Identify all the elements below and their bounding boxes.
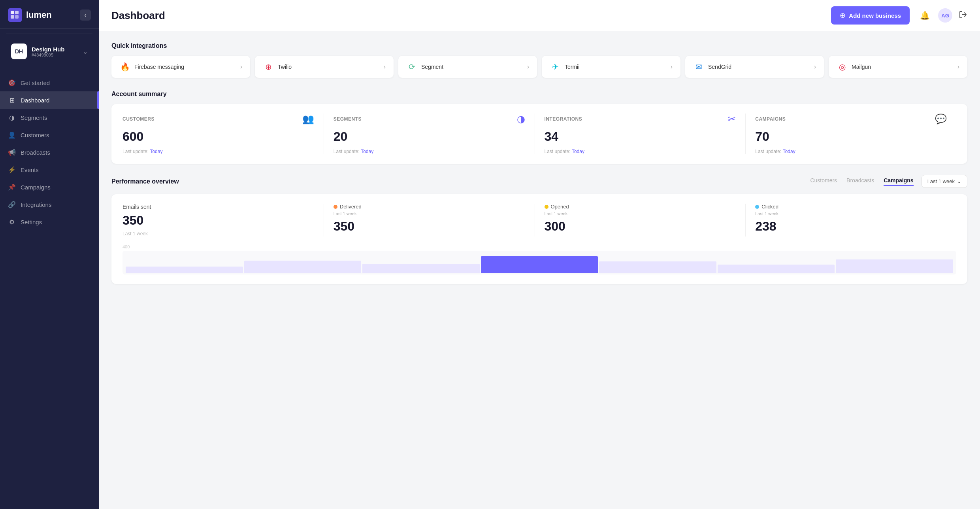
clicked-dot bbox=[755, 205, 759, 209]
integrations-nav-icon: 🔗 bbox=[8, 201, 16, 208]
quick-integrations-title: Quick integrations bbox=[111, 42, 967, 49]
summary-label-campaigns: CAMPAIGNS bbox=[755, 116, 786, 122]
perf-tab-broadcasts[interactable]: Broadcasts bbox=[846, 177, 874, 186]
user-avatar[interactable]: AG bbox=[938, 8, 952, 23]
summary-header-segments: SEGMENTS ◑ bbox=[334, 114, 525, 125]
svg-rect-2 bbox=[11, 15, 14, 19]
broadcasts-nav-icon: 📢 bbox=[8, 148, 16, 156]
integration-card-firebase[interactable]: 🔥 Firebase messaging › bbox=[111, 56, 250, 78]
sidebar-item-label-get-started: Get started bbox=[21, 79, 50, 86]
integration-card-sendgrid[interactable]: ✉ SendGrid › bbox=[685, 56, 824, 78]
integrations-row: 🔥 Firebase messaging › ⊕ Twilio › ⟳ Segm… bbox=[111, 56, 967, 78]
opened-period: Last 1 week bbox=[545, 211, 736, 216]
delivered-block: Delivered Last 1 week 350 bbox=[324, 204, 535, 237]
perf-stats-row: Emails sent 350 Last 1 week Delivered La… bbox=[122, 204, 956, 237]
integration-card-mailgun[interactable]: ◎ Mailgun › bbox=[829, 56, 967, 78]
nav-items: 🎯 Get started ⊞ Dashboard ◑ Segments 👤 C… bbox=[0, 71, 99, 509]
sidebar-item-label-integrations: Integrations bbox=[21, 201, 51, 208]
clicked-period: Last 1 week bbox=[755, 211, 947, 216]
perf-tab-campaigns[interactable]: Campaigns bbox=[884, 177, 913, 186]
chart-400-label: 400 bbox=[122, 244, 956, 249]
customers-summary-icon: 👥 bbox=[302, 114, 314, 125]
top-header: Dashboard ⊕ Add new business 🔔 AG bbox=[99, 0, 980, 31]
twilio-integration-arrow-icon: › bbox=[384, 63, 386, 70]
campaigns-nav-icon: 📌 bbox=[8, 183, 16, 191]
summary-label-segments: SEGMENTS bbox=[334, 116, 362, 122]
delivered-text: Delivered bbox=[340, 204, 362, 210]
period-chevron-icon: ⌄ bbox=[957, 178, 961, 184]
performance-tabs: CustomersBroadcastsCampaigns bbox=[810, 177, 913, 186]
workspace-name: Design Hub bbox=[32, 46, 78, 53]
summary-value-integrations: 34 bbox=[545, 129, 736, 144]
sidebar-divider-top bbox=[6, 34, 92, 34]
sidebar-item-label-dashboard: Dashboard bbox=[21, 97, 49, 104]
integration-card-twilio[interactable]: ⊕ Twilio › bbox=[255, 56, 394, 78]
summary-value-campaigns: 70 bbox=[755, 129, 947, 144]
summary-label-integrations: INTEGRATIONS bbox=[545, 116, 582, 122]
termii-integration-label: Termii bbox=[565, 64, 579, 70]
sidebar-item-label-segments: Segments bbox=[21, 114, 47, 121]
sendgrid-integration-arrow-icon: › bbox=[814, 63, 816, 70]
clicked-block: Clicked Last 1 week 238 bbox=[746, 204, 956, 237]
sidebar-item-segments[interactable]: ◑ Segments bbox=[0, 109, 99, 126]
sidebar-item-broadcasts[interactable]: 📢 Broadcasts bbox=[0, 144, 99, 161]
opened-label: Opened bbox=[545, 204, 736, 210]
opened-text: Opened bbox=[551, 204, 569, 210]
summary-update-segments: Last update: Today bbox=[334, 149, 525, 154]
sidebar-item-settings[interactable]: ⚙ Settings bbox=[0, 213, 99, 231]
sidebar-item-label-settings: Settings bbox=[21, 219, 42, 225]
workspace-id: #48498095 bbox=[32, 53, 78, 57]
add-business-button[interactable]: ⊕ Add new business bbox=[831, 6, 910, 25]
emails-sent-label: Emails sent bbox=[122, 204, 314, 210]
sidebar-item-label-events: Events bbox=[21, 167, 39, 173]
period-select[interactable]: Last 1 week ⌄ bbox=[922, 175, 967, 188]
period-label: Last 1 week bbox=[927, 178, 955, 184]
events-nav-icon: ⚡ bbox=[8, 166, 16, 174]
summary-update-customers: Last update: Today bbox=[122, 149, 314, 154]
summary-item-customers: CUSTOMERS 👥 600 Last update: Today bbox=[122, 114, 324, 154]
mailgun-integration-arrow-icon: › bbox=[957, 63, 959, 70]
workspace-selector[interactable]: DH Design Hub #48498095 ⌄ bbox=[5, 39, 94, 64]
sidebar-item-events[interactable]: ⚡ Events bbox=[0, 161, 99, 178]
summary-header-integrations: INTEGRATIONS ✂ bbox=[545, 114, 736, 125]
opened-block: Opened Last 1 week 300 bbox=[535, 204, 746, 237]
add-business-label: Add new business bbox=[849, 12, 901, 19]
account-summary-card: CUSTOMERS 👥 600 Last update: Today SEGME… bbox=[111, 104, 967, 164]
summary-header-customers: CUSTOMERS 👥 bbox=[122, 114, 314, 125]
logout-icon[interactable] bbox=[959, 10, 967, 21]
integrations-summary-icon: ✂ bbox=[728, 114, 736, 125]
sidebar-item-campaigns[interactable]: 📌 Campaigns bbox=[0, 178, 99, 196]
sidebar-item-get-started[interactable]: 🎯 Get started bbox=[0, 74, 99, 91]
opened-value: 300 bbox=[545, 219, 736, 234]
emails-sent-block: Emails sent 350 Last 1 week bbox=[122, 204, 324, 237]
workspace-chevron-icon: ⌄ bbox=[83, 48, 88, 55]
svg-rect-3 bbox=[15, 15, 19, 19]
sidebar-collapse-button[interactable]: ‹ bbox=[80, 9, 91, 21]
integration-card-segment[interactable]: ⟳ Segment › bbox=[398, 56, 537, 78]
mailgun-integration-icon: ◎ bbox=[837, 61, 848, 72]
sidebar-item-dashboard[interactable]: ⊞ Dashboard bbox=[0, 91, 99, 109]
svg-rect-1 bbox=[15, 11, 19, 14]
notification-bell-icon[interactable]: 🔔 bbox=[918, 8, 932, 23]
summary-item-integrations: INTEGRATIONS ✂ 34 Last update: Today bbox=[535, 114, 746, 154]
perf-tab-customers[interactable]: Customers bbox=[810, 177, 837, 186]
summary-item-segments: SEGMENTS ◑ 20 Last update: Today bbox=[324, 114, 535, 154]
sidebar-item-integrations[interactable]: 🔗 Integrations bbox=[0, 196, 99, 213]
settings-nav-icon: ⚙ bbox=[8, 218, 16, 226]
twilio-integration-icon: ⊕ bbox=[263, 61, 274, 72]
svg-rect-0 bbox=[11, 11, 14, 14]
logo-icon bbox=[8, 8, 22, 22]
sidebar-item-customers[interactable]: 👤 Customers bbox=[0, 126, 99, 144]
segment-integration-label: Segment bbox=[421, 64, 443, 70]
opened-dot bbox=[545, 205, 548, 209]
summary-header-campaigns: CAMPAIGNS 💬 bbox=[755, 114, 947, 125]
integration-card-termii[interactable]: ✈ Termii › bbox=[542, 56, 680, 78]
segments-nav-icon: ◑ bbox=[8, 114, 16, 121]
sendgrid-integration-icon: ✉ bbox=[693, 61, 704, 72]
add-business-plus-icon: ⊕ bbox=[840, 11, 846, 20]
performance-header: Performance overview CustomersBroadcasts… bbox=[111, 175, 967, 188]
sidebar-logo-area: lumen ‹ bbox=[0, 0, 99, 29]
summary-item-campaigns: CAMPAIGNS 💬 70 Last update: Today bbox=[746, 114, 956, 154]
summary-value-customers: 600 bbox=[122, 129, 314, 144]
main-area: Dashboard ⊕ Add new business 🔔 AG Quick … bbox=[99, 0, 980, 509]
